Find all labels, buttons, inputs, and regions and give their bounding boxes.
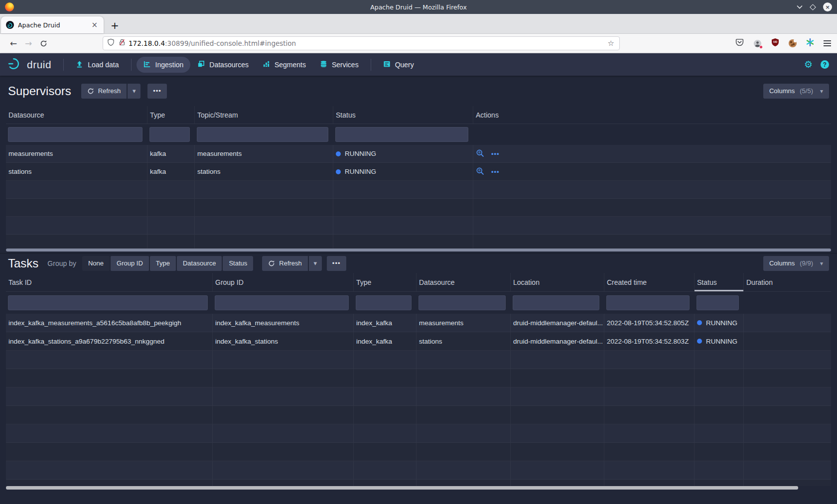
tasks-columns-button[interactable]: Columns(9/9)▾ (763, 256, 829, 271)
cell-group-id: index_kafka_measurements (213, 314, 354, 332)
sup-col-type[interactable]: Type (147, 106, 195, 124)
window-minimize-icon[interactable] (797, 5, 803, 9)
cell-duration (744, 314, 831, 332)
group-by-none-button[interactable]: None (82, 256, 110, 271)
new-tab-button[interactable]: + (104, 19, 126, 33)
scrollbar-thumb[interactable] (6, 486, 798, 490)
tasks-horizontal-scrollbar[interactable] (6, 486, 831, 490)
nav-item-ingestion[interactable]: Ingestion (137, 57, 191, 73)
pocket-icon[interactable] (735, 38, 744, 48)
task-filter-status[interactable] (697, 295, 739, 310)
supervisors-title: Supervisors (8, 84, 71, 98)
nav-item-segments[interactable]: Segments (256, 57, 313, 73)
nav-item-label: Segments (275, 61, 306, 69)
tab-close-icon[interactable]: × (89, 20, 100, 29)
tasks-refresh-caret-button[interactable]: ▾ (309, 256, 322, 271)
supervisors-more-button[interactable]: ••• (147, 84, 167, 99)
nav-item-query[interactable]: Query (376, 57, 421, 73)
insecure-lock-icon[interactable] (119, 38, 126, 48)
search-icon[interactable] (476, 167, 484, 177)
druid-brand[interactable]: druid (8, 57, 51, 72)
sup-col-datasource[interactable]: Datasource (6, 106, 147, 124)
cookie-extension-icon[interactable] (789, 39, 797, 47)
url-host: 172.18.0.4 (129, 39, 165, 47)
row-more-icon[interactable]: ••• (491, 150, 500, 157)
datasources-icon (197, 60, 205, 69)
tasks-more-button[interactable]: ••• (327, 256, 346, 271)
url-bar[interactable]: 172.18.0.4:30899/unified-console.html#in… (103, 36, 620, 50)
tab-apache-druid[interactable]: Apache Druid × (1, 16, 104, 33)
tasks-refresh-button[interactable]: Refresh (262, 256, 308, 271)
nav-item-load-data[interactable]: Load data (69, 57, 126, 73)
navbar-divider (131, 59, 132, 71)
columns-count: (5/5) (800, 87, 813, 95)
window-close-icon[interactable]: × (823, 2, 832, 11)
empty-row (6, 424, 831, 443)
bookmark-star-icon[interactable]: ☆ (607, 39, 615, 48)
task-col-task-id[interactable]: Task ID (6, 273, 213, 291)
task-row[interactable]: index_kafka_measurements_a5616c5ba8afb8b… (6, 314, 831, 332)
forward-icon: → (21, 36, 36, 50)
nav-item-services[interactable]: Services (313, 57, 366, 73)
task-filter-created-time[interactable] (606, 295, 690, 310)
group-by-type-button[interactable]: Type (150, 256, 176, 271)
nav-item-datasources[interactable]: Datasources (190, 57, 256, 73)
task-filter-location[interactable] (513, 295, 599, 310)
tracking-shield-icon[interactable] (107, 38, 115, 48)
task-col-status[interactable]: Status (695, 273, 744, 291)
supervisors-refresh-caret-button[interactable]: ▾ (128, 84, 140, 99)
columns-label: Columns (769, 259, 795, 267)
supervisors-refresh-button[interactable]: Refresh (81, 84, 127, 99)
empty-row (6, 217, 831, 235)
supervisor-row[interactable]: stations kafka stations RUNNING ••• (6, 163, 831, 181)
status-dot (336, 151, 341, 156)
task-col-group-id[interactable]: Group ID (213, 273, 354, 291)
sup-col-status[interactable]: Status (333, 106, 473, 124)
group-by-label: Group by (47, 259, 76, 267)
supervisor-row[interactable]: measurements kafka measurements RUNNING … (6, 145, 831, 163)
group-by-datasource-button[interactable]: Datasource (177, 256, 222, 271)
task-filter-type[interactable] (356, 295, 412, 310)
empty-row (6, 351, 831, 369)
supervisors-columns-button[interactable]: Columns(5/5)▾ (763, 84, 829, 99)
row-more-icon[interactable]: ••• (491, 168, 500, 175)
group-by-status-button[interactable]: Status (223, 256, 253, 271)
sup-col-topic[interactable]: Topic/Stream (195, 106, 333, 124)
sup-filter-datasource[interactable] (8, 127, 142, 142)
task-filter-datasource[interactable] (418, 295, 506, 310)
window-maximize-icon[interactable] (810, 4, 816, 10)
task-col-datasource[interactable]: Datasource (417, 273, 511, 291)
task-col-location[interactable]: Location (511, 273, 604, 291)
scrollbar-thumb[interactable] (6, 249, 831, 252)
task-col-created-time[interactable]: Created time (604, 273, 695, 291)
window-title: Apache Druid — Mozilla Firefox (0, 3, 837, 11)
back-icon[interactable]: ← (6, 36, 21, 50)
empty-row (6, 406, 831, 424)
task-col-type[interactable]: Type (354, 273, 417, 291)
menu-icon[interactable] (824, 40, 831, 46)
columns-count: (9/9) (800, 259, 813, 267)
cell-location: druid-middlemanager-defaul... (511, 314, 604, 332)
account-extension-icon[interactable] (753, 39, 762, 48)
status-text: RUNNING (706, 338, 737, 345)
reload-icon[interactable] (36, 36, 51, 50)
sup-filter-topic[interactable] (197, 127, 328, 142)
search-icon[interactable] (476, 149, 484, 159)
sup-filter-status[interactable] (335, 127, 468, 142)
group-by-group-id-button[interactable]: Group ID (111, 256, 149, 271)
cell-group-id: index_kafka_stations (213, 332, 354, 350)
asterisk-extension-icon[interactable] (806, 38, 814, 48)
task-col-duration[interactable]: Duration (744, 273, 831, 291)
help-icon[interactable]: ? (821, 60, 829, 69)
task-filter-group-id[interactable] (215, 295, 349, 310)
cell-datasource: measurements (417, 314, 511, 332)
task-row[interactable]: index_kafka_stations_a9a679b22795b63_nnk… (6, 332, 831, 351)
caret-down-icon: ▾ (820, 88, 823, 95)
task-filter-task-id[interactable] (8, 295, 208, 310)
empty-row (6, 443, 831, 461)
cell-topic: measurements (195, 145, 333, 162)
supervisors-horizontal-scrollbar[interactable] (6, 249, 831, 253)
settings-gear-icon[interactable]: ⚙ (804, 60, 813, 69)
ublock-icon[interactable]: UO (771, 38, 779, 48)
sup-filter-type[interactable] (149, 127, 190, 142)
